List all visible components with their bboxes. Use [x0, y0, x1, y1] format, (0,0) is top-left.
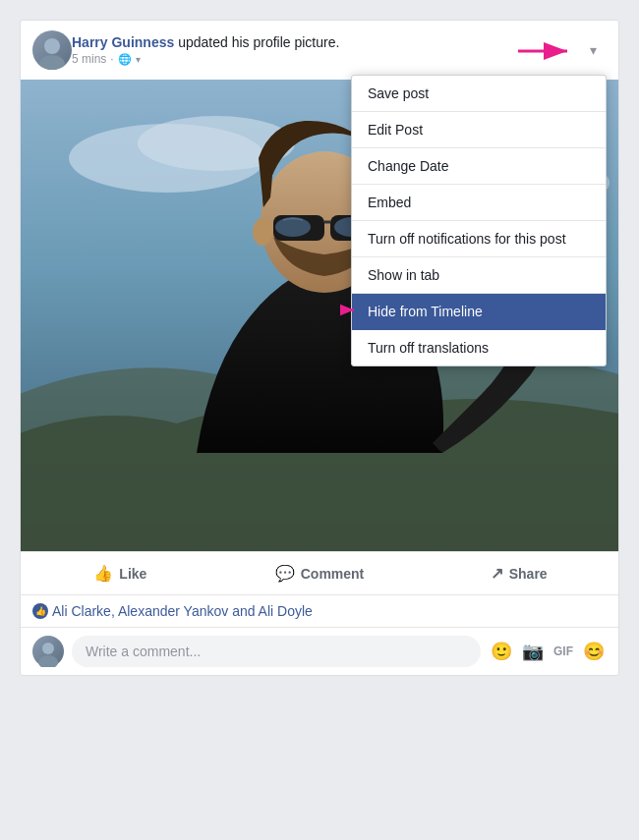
likes-text: Ali Clarke, Alexander Yankov and Ali Doy…: [52, 603, 313, 619]
dropdown-item-5[interactable]: Show in tab: [352, 257, 606, 294]
gif-button[interactable]: GIF: [552, 644, 575, 658]
comment-label: Comment: [301, 566, 365, 582]
post-header: Harry Guinness updated his profile pictu…: [21, 21, 618, 80]
post-time: 5 mins · 🌐 ▾: [72, 52, 579, 66]
dropdown-item-label-3: Embed: [368, 195, 411, 210]
dropdown-item-label-0: Save post: [368, 85, 429, 101]
svg-point-0: [44, 38, 60, 54]
dropdown-item-1[interactable]: Edit Post: [352, 112, 606, 148]
time-text: 5 mins: [72, 52, 106, 66]
author-name: Harry Guinness: [72, 34, 174, 50]
share-label: Share: [509, 566, 548, 582]
time-dot: ·: [110, 52, 113, 66]
svg-point-16: [275, 217, 311, 237]
dropdown-item-label-6: Hide from Timeline: [368, 304, 483, 319]
dropdown-item-3[interactable]: Embed: [352, 185, 606, 221]
dropdown-item-0[interactable]: Save post: [352, 76, 606, 112]
comment-box: 🙂 📷 GIF 😊: [21, 628, 618, 675]
share-icon: ↗: [491, 564, 503, 583]
like-button[interactable]: 👍 Like: [21, 556, 220, 590]
dropdown-item-label-2: Change Date: [368, 158, 449, 174]
dropdown-item-label-4: Turn off notifications for this post: [368, 231, 566, 247]
svg-point-18: [253, 218, 272, 246]
globe-icon: 🌐: [118, 53, 132, 66]
like-icon: 👍: [93, 564, 113, 583]
dropdown-item-label-1: Edit Post: [368, 122, 423, 138]
dropdown-item-4[interactable]: Turn off notifications for this post: [352, 221, 606, 257]
svg-point-23: [38, 655, 58, 667]
svg-point-22: [42, 643, 54, 654]
dropdown-item-7[interactable]: Turn off translations: [352, 330, 606, 365]
post-author-text: Harry Guinness updated his profile pictu…: [72, 34, 579, 50]
dropdown-item-2[interactable]: Change Date: [352, 148, 606, 185]
dropdown-item-label-5: Show in tab: [368, 267, 439, 283]
share-button[interactable]: ↗ Share: [419, 556, 618, 590]
dropdown-item-6[interactable]: Hide from Timeline: [352, 294, 606, 330]
emoji-button[interactable]: 🙂: [489, 641, 514, 662]
comment-input[interactable]: [72, 636, 481, 667]
post-menu-button[interactable]: ▾: [579, 36, 607, 64]
avatar: [32, 30, 72, 70]
svg-point-1: [39, 55, 65, 70]
camera-button[interactable]: 📷: [520, 641, 546, 662]
like-label: Like: [119, 566, 146, 582]
post-card: Harry Guinness updated his profile pictu…: [20, 20, 619, 676]
post-likes: 👍 Ali Clarke, Alexander Yankov and Ali D…: [21, 595, 618, 628]
pink-arrow-annotation: [518, 38, 577, 68]
comment-button[interactable]: 💬 Comment: [220, 556, 420, 590]
dropdown-arrow-small: ▾: [136, 54, 141, 65]
post-meta: Harry Guinness updated his profile pictu…: [72, 34, 579, 66]
chevron-down-icon: ▾: [590, 42, 597, 58]
author-action: updated his profile picture.: [174, 34, 339, 50]
comment-icons: 🙂 📷 GIF 😊: [489, 641, 607, 662]
pink-arrow-hide-annotation: [340, 302, 358, 322]
dropdown-item-label-7: Turn off translations: [368, 340, 489, 356]
sticker-button[interactable]: 😊: [581, 641, 607, 662]
post-actions: 👍 Like 💬 Comment ↗ Share: [21, 551, 618, 595]
like-count-icon: 👍: [32, 603, 48, 619]
dropdown-menu: Save postEdit PostChange DateEmbedTurn o…: [351, 75, 607, 366]
commenter-avatar: [32, 636, 64, 667]
comment-icon: 💬: [275, 564, 295, 583]
